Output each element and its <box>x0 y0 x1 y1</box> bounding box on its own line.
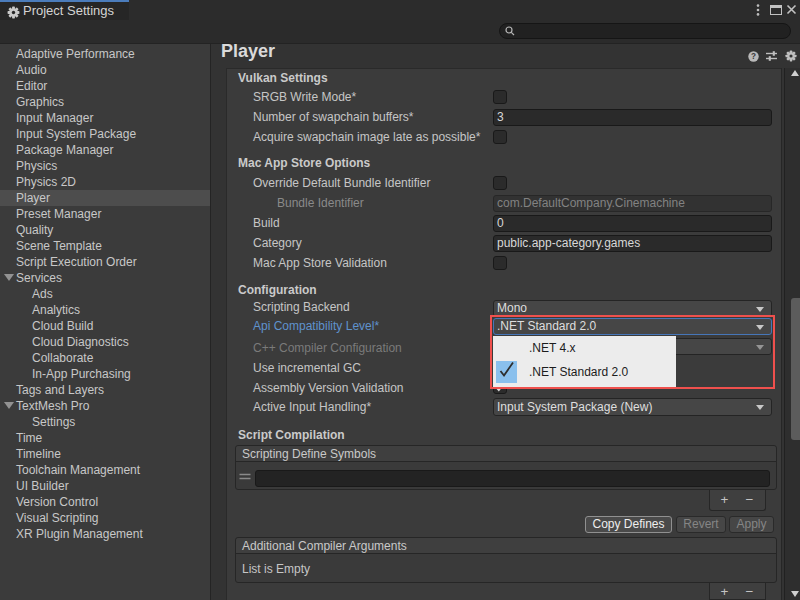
svg-text:?: ? <box>751 52 756 61</box>
